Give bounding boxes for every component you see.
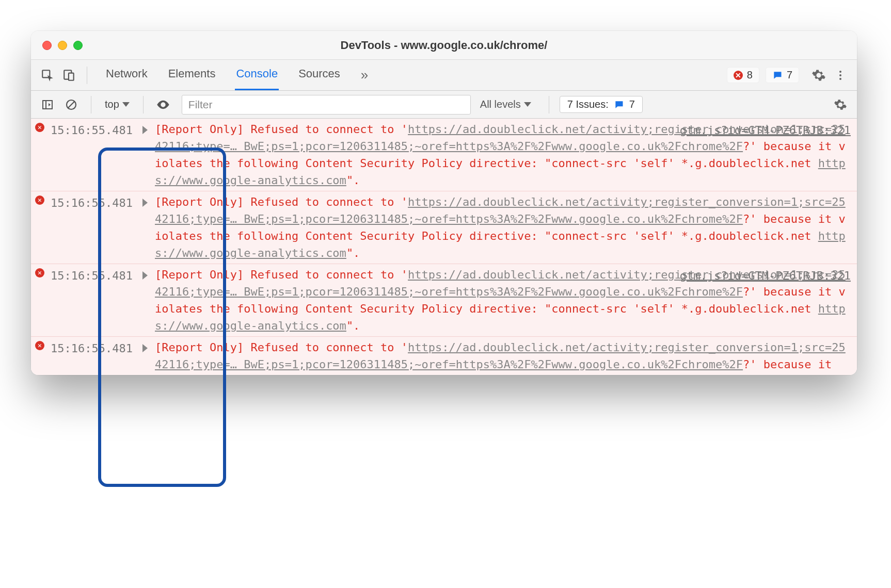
issues-button[interactable]: 7 Issues: 7	[560, 96, 643, 113]
maximize-window-button[interactable]	[73, 41, 83, 50]
svg-rect-6	[43, 101, 52, 109]
disclosure-triangle-icon[interactable]	[142, 271, 148, 280]
console-settings-gear-icon[interactable]	[831, 95, 850, 114]
window-titlebar: DevTools - www.google.co.uk/chrome/	[31, 31, 857, 60]
timestamp: 15:16:55.481	[51, 121, 142, 189]
svg-point-4	[839, 74, 841, 76]
message-icon	[772, 70, 783, 80]
top-tabbar: Network Elements Console Sources » ✕ 8 7	[31, 60, 857, 91]
tab-elements[interactable]: Elements	[167, 60, 217, 90]
svg-point-5	[839, 78, 841, 80]
more-tabs-icon[interactable]: »	[360, 60, 369, 90]
timestamp: 15:16:55.481	[51, 339, 142, 373]
log-levels-selector[interactable]: All levels	[480, 99, 531, 110]
message-icon	[614, 100, 624, 110]
live-expression-eye-icon[interactable]	[154, 95, 172, 114]
error-icon: ✕	[35, 123, 44, 132]
more-menu-icon[interactable]	[831, 66, 850, 85]
devtools-window: DevTools - www.google.co.uk/chrome/ Netw…	[31, 31, 857, 375]
device-toolbar-icon[interactable]	[60, 66, 78, 85]
window-title: DevTools - www.google.co.uk/chrome/	[31, 39, 857, 52]
filter-input[interactable]: Filter	[182, 95, 471, 115]
console-message: gtm.js?id=GTM-PZ6TRJB:321[Report Only] R…	[155, 121, 857, 189]
error-count-pill[interactable]: ✕ 8	[727, 67, 759, 83]
message-count-pill[interactable]: 7	[766, 67, 799, 83]
disclosure-triangle-icon[interactable]	[142, 199, 148, 207]
console-toolbar: top Filter All levels 7 Issues: 7	[31, 91, 857, 119]
error-icon: ✕	[35, 268, 44, 277]
source-link[interactable]: gtm.js?id=GTM-PZ6TRJB:321	[680, 122, 851, 139]
timestamp: 15:16:55.481	[51, 266, 142, 334]
console-row[interactable]: ✕15:16:55.481[Report Only] Refused to co…	[31, 191, 857, 264]
inspect-element-icon[interactable]	[38, 66, 57, 85]
show-sidebar-icon[interactable]	[38, 95, 57, 114]
context-selector[interactable]: top	[102, 97, 133, 111]
source-link[interactable]: gtm.js?id=GTM-PZ6TRJB:321	[680, 267, 851, 284]
svg-point-10	[162, 103, 164, 106]
error-icon: ✕	[35, 195, 44, 205]
settings-gear-icon[interactable]	[809, 66, 828, 85]
svg-line-9	[68, 102, 74, 108]
console-messages: ✕15:16:55.481gtm.js?id=GTM-PZ6TRJB:321[R…	[31, 119, 857, 375]
error-icon: ✕	[35, 341, 44, 350]
error-icon: ✕	[734, 71, 743, 80]
tab-network[interactable]: Network	[105, 60, 149, 90]
chevron-down-icon	[122, 102, 130, 107]
svg-rect-2	[69, 73, 74, 80]
minimize-window-button[interactable]	[58, 41, 67, 50]
console-row[interactable]: ✕15:16:55.481gtm.js?id=GTM-PZ6TRJB:321[R…	[31, 119, 857, 191]
clear-console-icon[interactable]	[62, 95, 81, 114]
timestamp: 15:16:55.481	[51, 193, 142, 262]
console-row[interactable]: ✕15:16:55.481[Report Only] Refused to co…	[31, 336, 857, 375]
disclosure-triangle-icon[interactable]	[142, 344, 148, 352]
chevron-down-icon	[524, 102, 531, 107]
svg-point-3	[839, 71, 841, 73]
console-message: gtm.js?id=GTM-PZ6TRJB:321[Report Only] R…	[155, 266, 857, 334]
disclosure-triangle-icon[interactable]	[142, 126, 148, 134]
console-row[interactable]: ✕15:16:55.481gtm.js?id=GTM-PZ6TRJB:321[R…	[31, 264, 857, 336]
tab-console[interactable]: Console	[235, 60, 279, 90]
close-window-button[interactable]	[42, 41, 52, 50]
console-message: [Report Only] Refused to connect to 'htt…	[155, 339, 857, 373]
console-message: [Report Only] Refused to connect to 'htt…	[155, 193, 857, 262]
tab-sources[interactable]: Sources	[297, 60, 341, 90]
